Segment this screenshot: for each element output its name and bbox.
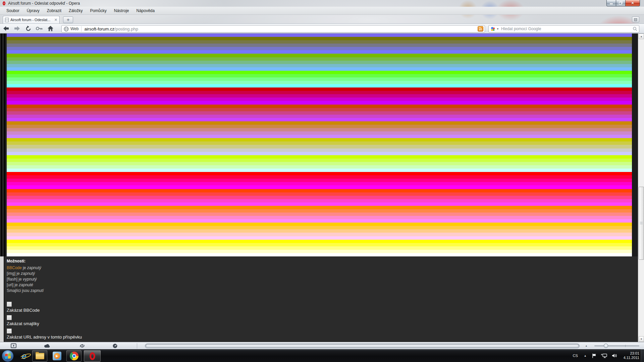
taskbar-clock[interactable]: 23:01 4.11.2011 (624, 351, 639, 360)
minimize-icon (610, 3, 613, 4)
url-path: /posting.php (114, 26, 138, 32)
rss-feed-button[interactable] (478, 26, 483, 32)
menu-item[interactable]: Pomůcky (86, 7, 110, 14)
action-center-button[interactable] (592, 353, 596, 358)
home-icon (47, 25, 54, 32)
address-separator (81, 26, 82, 32)
internet-explorer-icon: e (22, 351, 26, 361)
turbo-gauge-icon (112, 343, 118, 349)
windows-taskbar: e ▶ (0, 349, 644, 362)
reload-icon (25, 25, 32, 32)
zoom-slider-knob[interactable] (604, 344, 608, 348)
flag-icon (592, 353, 596, 358)
closed-tabs-trash-button[interactable] (632, 16, 639, 22)
option-status-line: [flash] je vypnutý (7, 277, 409, 282)
forward-button[interactable] (12, 24, 22, 33)
windows-logo-icon (5, 353, 11, 359)
opera-unite-button[interactable] (43, 343, 52, 349)
scroll-up-button[interactable]: ▲ (639, 34, 644, 39)
search-icon[interactable] (633, 26, 637, 31)
tab-close-icon[interactable]: ✕ (54, 18, 57, 22)
search-field[interactable]: ▼ (488, 25, 639, 33)
option-status-line: Smajlíci jsou zapnutí (7, 288, 409, 294)
language-indicator[interactable]: CS (573, 354, 578, 358)
google-icon (490, 26, 495, 32)
folder-icon (36, 353, 44, 359)
panels-toggle-button[interactable] (9, 343, 18, 349)
menu-item[interactable]: Soubor (3, 7, 23, 14)
bbcode-link[interactable]: BBCode (7, 265, 22, 270)
taskbar-internet-explorer[interactable]: e (18, 350, 30, 362)
clock-date: 4.11.2011 (624, 356, 639, 360)
window-title-bar[interactable]: Airsoft forum - Odeslat odpověď - Opera (0, 0, 644, 7)
opera-icon (90, 352, 95, 360)
checkbox-row: Zakázat BBCode (7, 302, 409, 313)
page-content: Možnosti: BBCode je zapnutý[img] je zapn… (0, 34, 638, 342)
new-tab-button[interactable]: + (63, 16, 73, 23)
menu-item[interactable]: Úpravy (23, 7, 43, 14)
checkbox[interactable] (7, 315, 12, 320)
vertical-scrollbar[interactable]: ▲ ▼ (638, 34, 644, 342)
fit-to-width-button[interactable]: ▲ (583, 344, 590, 348)
url-host: airsoft-forum.cz (84, 26, 114, 32)
scroll-down-button[interactable]: ▼ (639, 336, 644, 342)
option-status-line: [img] je zapnutý (7, 271, 409, 277)
address-field[interactable]: Web airsoft-forum.cz/posting.php (61, 25, 485, 33)
menu-item[interactable]: Nápověda (132, 7, 158, 14)
rainbow-stripes-image (7, 34, 632, 256)
tab-label: Airsoft forum - Odeslat... (10, 18, 53, 22)
chrome-icon (70, 352, 78, 360)
menu-item[interactable]: Záložky (65, 7, 86, 14)
post-options-checkboxes: Zakázat BBCodeZakázat smajlíkyZakázat UR… (7, 302, 409, 342)
post-options-statuses: BBCode je zapnutý[img] je zapnutý[flash]… (7, 265, 409, 294)
search-input[interactable] (501, 26, 633, 31)
page-doc-icon (5, 18, 9, 22)
restore-button[interactable] (616, 0, 626, 6)
horizontal-scrollbar-thumb[interactable] (146, 344, 579, 348)
checkbox[interactable] (7, 302, 12, 307)
window-controls: ✕ (606, 0, 640, 6)
option-tag: [img] (7, 271, 15, 276)
menu-item[interactable]: Nástroje (110, 7, 133, 14)
start-button[interactable] (2, 350, 14, 362)
home-button[interactable] (45, 24, 55, 33)
close-button[interactable]: ✕ (626, 0, 640, 6)
desktop: Airsoft forum - Odeslat odpověď - Opera … (0, 0, 644, 362)
network-icon (601, 353, 607, 358)
hidden-icons-chevron[interactable]: ▲ (584, 354, 587, 357)
panel-toggle-icon (11, 343, 17, 348)
opera-app-icon (3, 1, 5, 5)
volume-button[interactable] (612, 353, 617, 358)
security-badge[interactable]: Web (70, 26, 78, 31)
window-title: Airsoft forum - Odeslat odpověď - Opera (8, 1, 80, 6)
zoom-slider-track[interactable] (594, 346, 639, 346)
page-left-edge (0, 34, 7, 256)
taskbar-media-player[interactable]: ▶ (50, 350, 64, 362)
checkbox-row: Zakázat URL adresy v tomto příspěvku (7, 328, 409, 340)
horizontal-scrollbar[interactable] (145, 344, 580, 348)
menu-item[interactable]: Zobrazit (43, 7, 65, 14)
reload-button[interactable] (23, 24, 33, 33)
post-options: Možnosti: BBCode je zapnutý[img] je zapn… (7, 259, 409, 342)
browser-tab-active[interactable]: Airsoft forum - Odeslat... ✕ (3, 16, 60, 23)
forward-icon (14, 25, 20, 32)
search-engine-dropdown-icon[interactable]: ▼ (496, 27, 499, 31)
vertical-scrollbar-thumb[interactable] (639, 187, 644, 260)
taskbar-windows-explorer[interactable] (32, 350, 47, 362)
wand-password-button[interactable] (34, 24, 44, 33)
checkbox-label: Zakázat smajlíky (7, 321, 409, 326)
network-button[interactable] (601, 353, 607, 358)
post-options-panel: Možnosti: BBCode je zapnutý[img] je zapn… (0, 256, 638, 342)
checkbox-label: Zakázat BBCode (7, 308, 409, 313)
option-tag: [url] (7, 283, 13, 287)
minimize-button[interactable] (606, 0, 616, 6)
taskbar-chrome[interactable] (66, 350, 82, 362)
show-desktop-button[interactable] (640, 349, 644, 362)
checkbox[interactable] (7, 328, 12, 334)
back-button[interactable] (1, 24, 11, 33)
taskbar-opera-active[interactable] (84, 350, 101, 362)
opera-turbo-button[interactable] (111, 343, 119, 349)
checkbox-label: Zakázat URL adresy v tomto příspěvku (7, 335, 409, 340)
opera-link-button[interactable] (78, 343, 87, 349)
zoom-slider[interactable] (593, 342, 641, 350)
